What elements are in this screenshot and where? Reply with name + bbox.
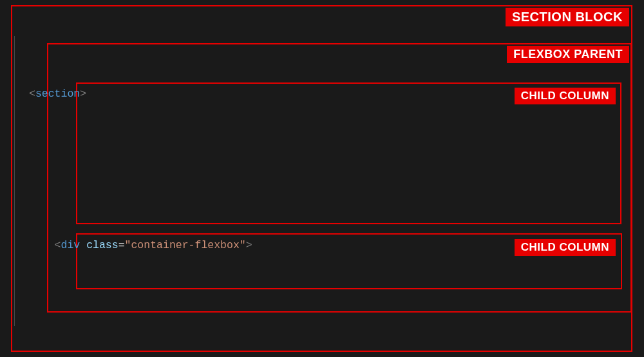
code-line: <section>	[29, 86, 631, 102]
code-blank-line	[29, 153, 631, 170]
code-line: <div class="container-flexbox">	[29, 237, 631, 254]
code-blank-line	[29, 304, 631, 312]
code-block: <section> <div class="container-flexbox"…	[29, 19, 631, 357]
indent-guide	[14, 36, 15, 326]
